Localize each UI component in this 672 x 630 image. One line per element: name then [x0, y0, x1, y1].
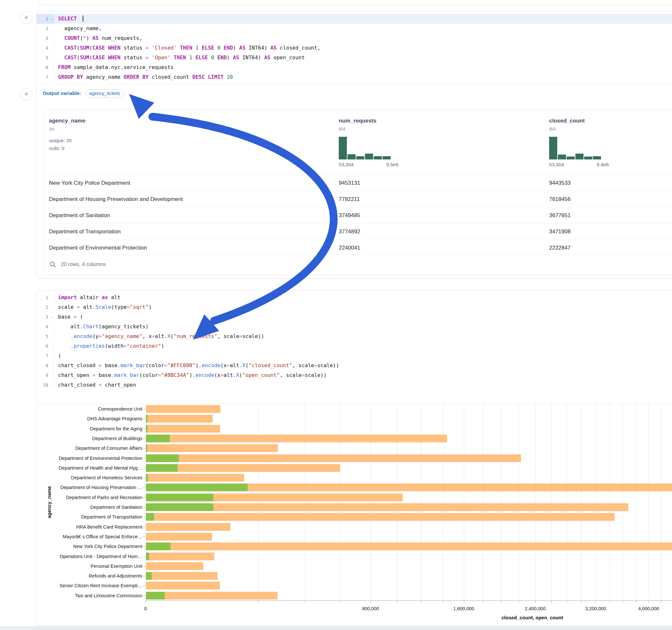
y-axis-label: Personal Exemption Unit: [45, 561, 142, 571]
table-cell: 7618456: [549, 191, 571, 207]
code-text: CAST(SUM(CASE WHEN status = 'Open' THEN …: [54, 53, 305, 63]
x-tick: [146, 601, 146, 603]
x-tick: [535, 601, 535, 603]
y-axis-label: Mayorâ€ s Office of Special Enforce…: [45, 532, 142, 541]
add-cell-button[interactable]: +: [20, 12, 32, 24]
column-header-num_requests[interactable]: num_requestsi6453,3049.5e6: [339, 110, 449, 175]
column-histogram: [549, 137, 601, 160]
bar-open-count: [146, 425, 147, 433]
bar-open-count: [146, 592, 165, 600]
x-tick-label: 3,200,000: [585, 606, 606, 611]
y-tick: [143, 458, 145, 459]
gridline: [661, 404, 661, 601]
bar-closed-count: [146, 592, 278, 600]
x-tick: [623, 601, 623, 603]
histogram-bar: [347, 154, 356, 160]
x-tick: [483, 601, 483, 603]
code-line: 2 agency_name,: [37, 24, 672, 33]
gridline: [483, 404, 483, 601]
layered-bar-chart: 0800,0001,600,0002,400,0003,200,0004,000…: [37, 290, 672, 626]
gridline: [581, 404, 581, 601]
histogram-bar: [339, 137, 347, 160]
code-text: GROUP BY agency_name ORDER BY closed_cou…: [54, 72, 233, 82]
bar-open-count: [146, 464, 178, 472]
bar-open-count: [146, 493, 213, 501]
output-variable-chip[interactable]: agency_tickets: [86, 89, 124, 98]
gridline: [421, 404, 422, 601]
y-tick: [143, 556, 145, 557]
bar-open-count: [146, 444, 147, 452]
column-type: i64: [549, 126, 659, 131]
y-axis-label: Department of Environmental Protection: [45, 453, 142, 463]
line-number: 4: [37, 43, 54, 53]
histogram-range-labels: 53,3049.4e6: [549, 162, 609, 167]
gridline: [258, 404, 258, 601]
x-tick-label: 1,600,000: [453, 606, 474, 611]
code-line: 3 COUNT(*) AS num_requests,: [37, 33, 672, 43]
histogram-bar: [584, 156, 592, 160]
x-tick: [443, 601, 443, 603]
gridline: [567, 404, 567, 601]
y-axis-label: HRA Benefit Card Replacement: [45, 522, 142, 532]
y-axis-label: Taxi and Limousine Commission: [45, 591, 142, 601]
y-axis-label: Correspondence Unit: [45, 404, 142, 414]
sql-code-editor[interactable]: 1⌄SELECT 2 agency_name,3 COUNT(*) AS num…: [37, 14, 672, 82]
x-tick: [258, 601, 258, 603]
gridline: [609, 404, 610, 601]
x-tick: [581, 601, 581, 603]
notebook-page: + + 1⌄SELECT 2 agency_name,3 COUNT(*) AS…: [0, 0, 672, 630]
x-axis-line: [146, 601, 672, 601]
histogram-bar: [567, 156, 575, 160]
column-header-closed_count[interactable]: closed_counti6453,3049.4e6: [549, 110, 659, 175]
table-cell: 9443533: [549, 175, 571, 191]
table-row: Department of Housing Preservation and D…: [44, 191, 672, 207]
y-axis-title: agency_name: [46, 404, 52, 601]
line-number: 1⌄: [37, 14, 54, 24]
bar-open-count: [146, 542, 170, 550]
bar-closed-count: [146, 582, 220, 589]
y-tick: [143, 517, 145, 517]
bar-closed-count: [146, 444, 278, 452]
column-histogram: [339, 137, 391, 160]
column-type: str: [49, 126, 159, 131]
y-axis-label: Senior Citizen Rent Increase Exempti…: [45, 581, 142, 590]
code-line: 5 CAST(SUM(CASE WHEN status = 'Open' THE…: [37, 53, 672, 63]
y-tick: [143, 419, 145, 419]
line-number: 7: [37, 72, 54, 82]
gridline: [370, 404, 371, 601]
y-axis-label: New York City Police Department: [45, 541, 142, 551]
code-line: 6FROM sample_data.nyc.service_requests: [37, 63, 672, 72]
histogram-bar: [356, 156, 364, 160]
column-header-agency_name[interactable]: agency_namestrunique: 20nulls: 0: [49, 110, 159, 175]
y-tick: [143, 527, 145, 527]
histogram-bar: [374, 156, 382, 160]
bar-open-count: [146, 503, 213, 511]
code-text: FROM sample_data.nyc.service_requests: [54, 63, 173, 72]
x-tick: [305, 601, 305, 603]
bar-open-count: [146, 415, 147, 422]
add-cell-button[interactable]: +: [20, 88, 32, 100]
y-tick: [143, 576, 145, 576]
fold-chevron-icon[interactable]: ⌄: [50, 14, 53, 23]
y-axis-label: Department of Parks and Recreation: [45, 492, 142, 502]
histogram-bar: [365, 153, 373, 160]
y-axis-label: Operations Unit - Department of Hom…: [45, 552, 142, 561]
table-footer: 20 rows, 4 columns: [44, 254, 672, 274]
table-cell: 2240041: [339, 240, 360, 256]
gridline: [519, 404, 519, 601]
search-icon[interactable]: [50, 261, 56, 268]
table-row: Department of Transportation377489234719…: [44, 223, 672, 240]
gridline: [397, 404, 398, 601]
gridline: [501, 404, 502, 601]
output-variable-row: Output variable: agency_tickets: [37, 87, 124, 100]
code-text: COUNT(*) AS num_requests,: [54, 33, 142, 43]
gridline: [443, 404, 443, 601]
bar-open-count: [146, 474, 148, 482]
gridline: [636, 404, 637, 601]
column-stats: unique: 20nulls: 0: [49, 137, 159, 152]
bar-closed-count: [146, 405, 220, 413]
y-axis-label: Department of Sanitation: [45, 502, 142, 512]
x-tick: [567, 601, 567, 603]
table-cell: 3749485: [339, 208, 360, 223]
x-tick: [609, 601, 610, 603]
